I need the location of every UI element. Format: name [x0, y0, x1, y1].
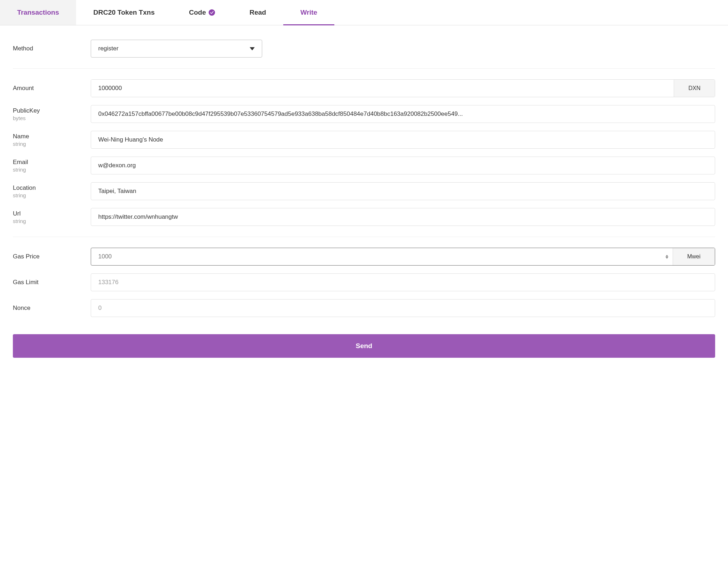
amount-unit: DXN — [674, 80, 715, 97]
publickey-type: bytes — [13, 115, 91, 121]
url-input[interactable] — [91, 208, 715, 226]
gas-price-unit: Mwei — [673, 248, 715, 265]
name-input[interactable] — [91, 131, 715, 149]
location-input[interactable] — [91, 182, 715, 200]
url-type: string — [13, 218, 91, 224]
tab-code[interactable]: Code — [172, 0, 233, 25]
location-type: string — [13, 192, 91, 198]
name-label: Name — [13, 133, 91, 140]
amount-input-group: DXN — [91, 79, 715, 97]
stepper-up-icon[interactable] — [665, 254, 668, 257]
write-panel: Method register Amount DXN PublicKey byt… — [0, 25, 728, 368]
tab-bar: Transactions DRC20 Token Txns Code Read … — [0, 0, 728, 25]
gas-limit-label: Gas Limit — [13, 279, 91, 286]
gas-price-input-group: Mwei — [91, 248, 715, 266]
email-label: Email — [13, 159, 91, 166]
tab-read[interactable]: Read — [232, 0, 283, 25]
divider — [13, 237, 715, 237]
name-type: string — [13, 141, 91, 147]
tab-write[interactable]: Write — [283, 0, 334, 25]
location-label: Location — [13, 184, 91, 192]
nonce-input[interactable] — [91, 299, 715, 317]
url-label: Url — [13, 210, 91, 217]
amount-label: Amount — [13, 85, 91, 92]
gas-price-input[interactable] — [91, 248, 665, 265]
tab-code-label: Code — [189, 9, 206, 16]
method-label: Method — [13, 45, 91, 52]
stepper-down-icon[interactable] — [665, 257, 668, 259]
tab-transactions[interactable]: Transactions — [0, 0, 76, 25]
nonce-label: Nonce — [13, 305, 91, 312]
publickey-input[interactable] — [91, 105, 715, 123]
gas-price-label: Gas Price — [13, 253, 91, 260]
send-button[interactable]: Send — [13, 334, 715, 358]
verified-check-icon — [209, 9, 215, 16]
gas-price-stepper[interactable] — [665, 254, 673, 259]
publickey-label: PublicKey — [13, 107, 91, 114]
gas-limit-input[interactable] — [91, 273, 715, 291]
email-type: string — [13, 167, 91, 173]
divider — [13, 68, 715, 69]
method-select-value: register — [98, 45, 119, 52]
tab-drc20-token-txns[interactable]: DRC20 Token Txns — [76, 0, 172, 25]
method-select[interactable]: register — [91, 40, 262, 58]
amount-input[interactable] — [91, 80, 674, 97]
chevron-down-icon — [250, 47, 255, 50]
email-input[interactable] — [91, 157, 715, 174]
